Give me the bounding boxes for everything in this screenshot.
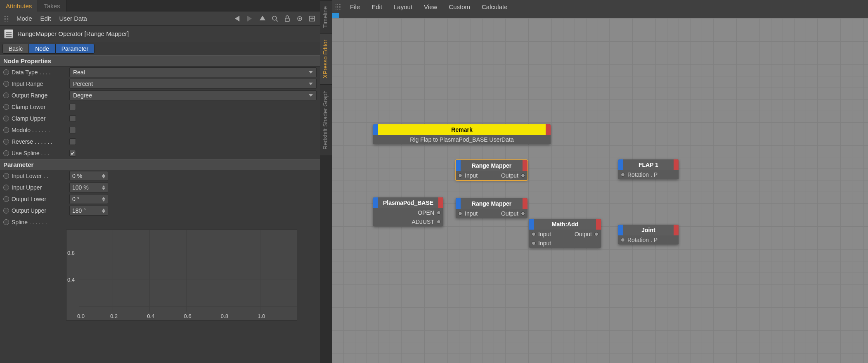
anim-dot[interactable] — [3, 219, 9, 225]
output-port[interactable] — [437, 211, 441, 215]
port-label: Input — [465, 172, 478, 179]
field-input-upper[interactable]: 100 % — [69, 183, 108, 192]
field-output-lower[interactable]: 0 ° — [69, 194, 108, 204]
remark-text: Rig Flap to PlasmaPod_BASE UserData — [373, 135, 551, 144]
nav-up-icon[interactable] — [258, 14, 267, 23]
input-port[interactable] — [458, 211, 462, 216]
nav-fwd-icon[interactable] — [246, 14, 255, 23]
label-clamp-lower: Clamp Lower — [12, 104, 67, 110]
label-modulo: Modulo . . . . . . — [12, 127, 67, 133]
anim-dot[interactable] — [3, 196, 9, 202]
menu-edit[interactable]: Edit — [38, 14, 54, 23]
input-port[interactable] — [458, 173, 462, 178]
menu-layout[interactable]: Layout — [390, 2, 416, 11]
side-tab-timeline[interactable]: Timeline — [320, 0, 332, 33]
select-data-type[interactable]: Real — [69, 67, 317, 77]
new-window-icon[interactable] — [307, 14, 317, 23]
anim-dot[interactable] — [3, 116, 9, 121]
anim-dot[interactable] — [3, 150, 9, 156]
port-label: Input — [538, 240, 551, 247]
node-plasmapod-base[interactable]: PlasmaPod_BASE OPEN ADJUST — [373, 197, 443, 226]
tab-takes[interactable]: Takes — [38, 0, 66, 12]
node-math-add[interactable]: Math:Add InputOutput Input — [529, 219, 601, 248]
anim-dot[interactable] — [3, 81, 9, 87]
node-title: Math:Add — [534, 219, 596, 230]
side-tab-xpresso[interactable]: XPresso Editor — [320, 33, 332, 84]
port-label: Output — [501, 210, 518, 217]
output-port[interactable] — [521, 211, 525, 216]
grip-icon[interactable] — [3, 16, 9, 21]
attribute-toolbar: Mode Edit User Data — [0, 12, 320, 26]
search-icon[interactable] — [270, 14, 279, 23]
spline-editor[interactable]: 0.8 0.4 0.0 0.2 0.4 0.6 0.8 1.0 — [66, 230, 297, 320]
check-clamp-lower[interactable] — [69, 104, 76, 110]
output-port[interactable] — [594, 232, 598, 236]
anim-dot[interactable] — [3, 69, 9, 75]
side-tab-redshift[interactable]: Redshift Shader Graph — [320, 84, 332, 155]
input-port[interactable] — [532, 241, 536, 245]
menu-view[interactable]: View — [420, 2, 441, 11]
output-port[interactable] — [521, 173, 525, 178]
xpresso-graph-canvas[interactable]: Remark Rig Flap to PlasmaPod_BASE UserDa… — [332, 18, 868, 363]
check-use-spline[interactable]: ✔ — [69, 150, 76, 157]
anim-dot[interactable] — [3, 93, 9, 98]
menu-edit[interactable]: Edit — [367, 2, 386, 11]
menu-mode[interactable]: Mode — [14, 14, 35, 23]
anim-dot[interactable] — [3, 208, 9, 214]
input-port[interactable] — [532, 232, 536, 236]
node-remark[interactable]: Remark Rig Flap to PlasmaPod_BASE UserDa… — [373, 124, 551, 144]
port-label: Input — [538, 231, 551, 237]
grip-icon[interactable] — [335, 4, 341, 9]
node-title: Range Mapper — [461, 160, 523, 171]
check-modulo[interactable] — [69, 127, 76, 133]
node-flap-1[interactable]: FLAP 1 Rotation . P — [618, 159, 679, 179]
chevron-down-icon — [309, 94, 313, 97]
anim-dot[interactable] — [3, 104, 9, 110]
lock-icon[interactable] — [283, 14, 292, 23]
menu-calculate[interactable]: Calculate — [478, 2, 512, 11]
select-input-range[interactable]: Percent — [69, 79, 317, 89]
settings-icon[interactable] — [295, 14, 304, 23]
ruler-marker — [332, 13, 339, 18]
input-port[interactable] — [621, 238, 625, 242]
subtab-node[interactable]: Node — [29, 44, 55, 54]
xpresso-ruler[interactable] — [332, 13, 868, 18]
nav-back-icon[interactable] — [233, 14, 242, 23]
anim-dot[interactable] — [3, 139, 9, 145]
xpresso-editor-panel: File Edit Layout View Custom Calculate R… — [332, 0, 868, 363]
port-label: OPEN — [418, 209, 434, 216]
output-port[interactable] — [437, 220, 441, 224]
chevron-down-icon — [309, 71, 313, 74]
check-clamp-upper[interactable] — [69, 115, 76, 122]
port-label: Output — [575, 231, 592, 237]
port-label: Rotation . P — [627, 171, 658, 178]
menu-file[interactable]: File — [346, 2, 364, 11]
svg-point-0 — [272, 16, 277, 20]
section-node-properties: Node Properties — [0, 55, 320, 66]
menu-user-data[interactable]: User Data — [57, 14, 90, 23]
node-range-mapper-2[interactable]: Range Mapper InputOutput — [456, 198, 527, 218]
label-output-lower: Output Lower — [12, 196, 67, 202]
anim-dot[interactable] — [3, 173, 9, 179]
menu-custom[interactable]: Custom — [445, 2, 474, 11]
spline-x-tick: 0.2 — [110, 313, 118, 319]
anim-dot[interactable] — [3, 127, 9, 133]
field-output-upper[interactable]: 180 ° — [69, 206, 108, 216]
select-output-range[interactable]: Degree — [69, 90, 317, 100]
node-title: Joint — [623, 225, 674, 235]
subtab-parameter[interactable]: Parameter — [55, 44, 95, 54]
field-input-lower[interactable]: 0 % — [69, 171, 108, 181]
subtab-basic[interactable]: Basic — [2, 44, 29, 54]
input-port[interactable] — [621, 173, 625, 177]
spline-x-tick: 1.0 — [258, 313, 265, 319]
node-joint[interactable]: Joint Rotation . P — [618, 225, 679, 244]
node-range-mapper-1[interactable]: Range Mapper InputOutput — [456, 160, 527, 180]
label-use-spline: Use Spline . . . — [12, 150, 67, 157]
label-reverse: Reverse . . . . . . — [12, 138, 67, 145]
node-title: PlasmaPod_BASE — [378, 197, 438, 208]
check-reverse[interactable] — [69, 138, 76, 145]
label-input-upper: Input Upper — [12, 184, 67, 191]
tab-attributes[interactable]: Attributes — [0, 0, 38, 12]
anim-dot[interactable] — [3, 185, 9, 190]
vertical-tab-strip: Timeline XPresso Editor Redshift Shader … — [320, 0, 332, 363]
